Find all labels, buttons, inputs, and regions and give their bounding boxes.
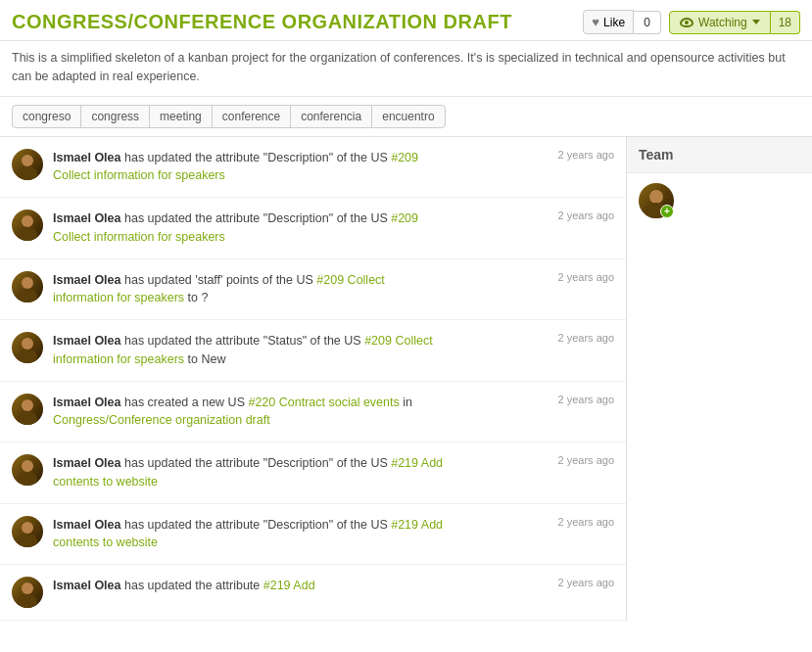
description-text: This is a simplified skeleton of a kanba…	[12, 51, 786, 83]
activity-text: Ismael Olea has updated the attribute "D…	[53, 516, 443, 553]
activity-body: Ismael Olea has updated the attribute #2…	[53, 577, 614, 595]
activity-body: Ismael Olea has updated the attribute "S…	[53, 332, 614, 369]
action-text: has updated the attribute	[124, 579, 263, 592]
activity-body: Ismael Olea has updated the attribute "D…	[53, 210, 614, 247]
team-header: Team	[627, 137, 812, 173]
us-link[interactable]: #209	[391, 211, 418, 225]
list-item: Ismael Olea has updated the attribute "D…	[0, 137, 626, 199]
activity-time: 2 years ago	[558, 394, 614, 405]
user-name: Ismael Olea	[53, 396, 121, 409]
list-item: Ismael Olea has updated the attribute "D…	[0, 442, 626, 504]
avatar	[12, 332, 43, 363]
us-link[interactable]: #219 Add	[391, 518, 443, 532]
like-group: ♥ Like 0	[583, 10, 661, 34]
like-button[interactable]: ♥ Like	[583, 10, 634, 34]
activity-text: Ismael Olea has updated the attribute "S…	[53, 332, 433, 369]
activity-time: 2 years ago	[558, 454, 614, 466]
activity-time: 2 years ago	[558, 577, 614, 588]
task-link[interactable]: information for speakers	[53, 291, 184, 304]
team-members: +	[627, 173, 812, 228]
activity-text: Ismael Olea has updated the attribute #2…	[53, 577, 315, 595]
activity-body: Ismael Olea has created a new US #220 Co…	[53, 394, 614, 431]
action-text: has updated the attribute "Description" …	[124, 151, 391, 164]
us-link[interactable]: #209	[391, 151, 418, 164]
avatar	[12, 394, 43, 425]
watching-count: 18	[771, 11, 800, 34]
task-link[interactable]: Collect information for speakers	[53, 168, 225, 182]
activity-header: Ismael Olea has updated the attribute "D…	[53, 516, 614, 553]
page-header: CONGRESS/CONFERENCE ORGANIZATION DRAFT ♥…	[0, 0, 812, 41]
project-link[interactable]: Congress/Conference organization draft	[53, 413, 270, 427]
add-badge: +	[660, 205, 674, 218]
watching-group: Watching 18	[669, 11, 800, 34]
action-text: has updated the attribute "Description" …	[124, 518, 391, 532]
avatar	[12, 577, 43, 608]
team-member-avatar: +	[639, 183, 674, 218]
like-label: Like	[603, 16, 625, 29]
task-link[interactable]: Collect information for speakers	[53, 230, 225, 244]
us-link[interactable]: #219 Add	[263, 579, 315, 592]
activity-header: Ismael Olea has updated 'staff' points o…	[53, 271, 614, 308]
main-content: Ismael Olea has updated the attribute "D…	[0, 137, 812, 622]
tag-conferencia[interactable]: conferencia	[290, 105, 372, 128]
activity-body: Ismael Olea has updated the attribute "D…	[53, 149, 614, 186]
like-count: 0	[634, 11, 661, 34]
list-item: Ismael Olea has updated the attribute "D…	[0, 198, 626, 259]
tags-container: congreso congress meeting conference con…	[0, 97, 812, 137]
user-name: Ismael Olea	[53, 334, 121, 348]
us-link[interactable]: #220 Contract social events	[248, 396, 399, 409]
task-link[interactable]: information for speakers	[53, 352, 184, 366]
activity-time: 2 years ago	[558, 210, 614, 221]
user-name: Ismael Olea	[53, 151, 121, 164]
chevron-down-icon	[752, 20, 760, 24]
tag-encuentro[interactable]: encuentro	[371, 105, 445, 128]
in-text: in	[403, 396, 412, 409]
us-link[interactable]: #219 Add	[391, 456, 443, 470]
page-title: CONGRESS/CONFERENCE ORGANIZATION DRAFT	[12, 11, 512, 33]
avatar	[12, 149, 43, 180]
us-link[interactable]: #209 Collect	[364, 334, 433, 348]
action-text: has updated the attribute "Description" …	[124, 456, 391, 470]
us-link[interactable]: #209 Collect	[316, 273, 385, 287]
activity-header: Ismael Olea has created a new US #220 Co…	[53, 394, 614, 431]
activity-time: 2 years ago	[558, 516, 614, 528]
heart-icon: ♥	[592, 15, 599, 29]
activity-header: Ismael Olea has updated the attribute "S…	[53, 332, 614, 369]
user-name: Ismael Olea	[53, 211, 121, 225]
tag-meeting[interactable]: meeting	[149, 105, 213, 128]
activity-time: 2 years ago	[558, 149, 614, 161]
watching-button[interactable]: Watching	[669, 11, 771, 34]
activity-text: Ismael Olea has created a new US #220 Co…	[53, 394, 412, 431]
activity-text: Ismael Olea has updated the attribute "D…	[53, 210, 418, 247]
user-name: Ismael Olea	[53, 273, 121, 287]
avatar	[12, 516, 43, 547]
action-text: has updated 'staff' points of the US	[124, 273, 316, 287]
activity-time: 2 years ago	[558, 332, 614, 344]
avatar	[12, 454, 43, 486]
list-item: Ismael Olea has updated the attribute "D…	[0, 504, 626, 566]
action-text: has created a new US	[124, 396, 248, 409]
activity-feed: Ismael Olea has updated the attribute "D…	[0, 137, 626, 622]
action-text: has updated the attribute "Status" of th…	[124, 334, 364, 348]
task-link[interactable]: contents to website	[53, 475, 158, 489]
header-actions: ♥ Like 0 Watching 18	[583, 10, 800, 34]
avatar	[12, 271, 43, 303]
list-item: Ismael Olea has created a new US #220 Co…	[0, 382, 626, 443]
user-name: Ismael Olea	[53, 456, 121, 470]
activity-text: Ismael Olea has updated the attribute "D…	[53, 454, 443, 491]
list-item: Ismael Olea has updated the attribute #2…	[0, 565, 626, 621]
activity-text: Ismael Olea has updated the attribute "D…	[53, 149, 418, 186]
extra-text: to ?	[188, 291, 209, 304]
activity-time: 2 years ago	[558, 271, 614, 283]
action-text: has updated the attribute "Description" …	[124, 211, 391, 225]
user-name: Ismael Olea	[53, 579, 121, 592]
tag-congress[interactable]: congress	[80, 105, 150, 128]
tag-congreso[interactable]: congreso	[12, 105, 81, 128]
extra-text: to New	[188, 352, 226, 366]
tag-conference[interactable]: conference	[212, 105, 291, 128]
activity-header: Ismael Olea has updated the attribute #2…	[53, 577, 614, 595]
activity-header: Ismael Olea has updated the attribute "D…	[53, 454, 614, 491]
sidebar: Team +	[626, 137, 812, 622]
user-name: Ismael Olea	[53, 518, 121, 532]
task-link[interactable]: contents to website	[53, 536, 158, 549]
